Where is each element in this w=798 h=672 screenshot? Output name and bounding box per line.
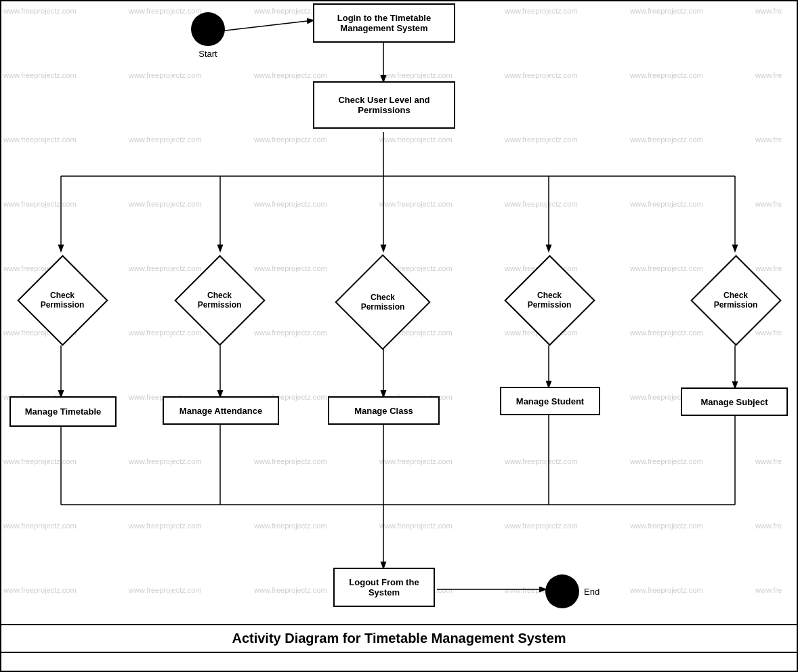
watermark: www.freeprojectz.com [3, 457, 77, 465]
watermark: www.fre [755, 71, 782, 79]
watermark: www.freeprojectz.com [379, 457, 453, 465]
watermark: www.freeprojectz.com [505, 200, 578, 208]
watermark: www.freeprojectz.com [3, 7, 77, 15]
end-circle [545, 574, 579, 608]
watermark: www.fre [755, 135, 782, 144]
watermark: www.freeprojectz.com [254, 586, 327, 594]
watermark: www.freeprojectz.com [630, 522, 703, 530]
watermark: www.freeprojectz.com [254, 457, 327, 465]
watermark: www.freeprojectz.com [129, 586, 202, 594]
watermark: www.freeprojectz.com [129, 7, 202, 15]
watermark: www.freeprojectz.com [129, 457, 202, 465]
watermark: www.freeprojectz.com [630, 7, 703, 15]
diagram-title-text: Activity Diagram for Timetable Managemen… [232, 631, 566, 646]
diamond1-wrapper: CheckPermission [12, 256, 112, 344]
start-circle [191, 12, 225, 46]
watermark: www.freeprojectz.com [3, 200, 77, 208]
watermark: www.freeprojectz.com [129, 200, 202, 208]
watermark: www.fre [755, 586, 782, 594]
watermark: www.freeprojectz.com [379, 200, 453, 208]
watermark: www.freeprojectz.com [254, 71, 327, 79]
check-permissions-label: Check User Level and Permissions [314, 95, 454, 115]
watermark: www.freeprojectz.com [3, 71, 77, 79]
watermark: www.freeprojectz.com [3, 586, 77, 594]
manage-class-box: Manage Class [328, 396, 440, 425]
watermark: www.fre [755, 522, 782, 530]
watermark: www.freeprojectz.com [3, 522, 77, 530]
watermark: www.freeprojectz.com [3, 135, 77, 144]
manage-subject-box: Manage Subject [681, 387, 788, 416]
watermark: www.freeprojectz.com [630, 586, 703, 594]
login-box: Login to the Timetable Management System [313, 3, 455, 43]
diagram-title: Activity Diagram for Timetable Managemen… [0, 624, 798, 653]
diamond5-wrapper: CheckPermission [686, 256, 786, 344]
manage-subject-label: Manage Subject [701, 397, 768, 407]
diamond3-wrapper: CheckPermission [332, 256, 434, 348]
watermark: www.freeprojectz.com [254, 135, 327, 144]
login-label: Login to the Timetable Management System [314, 13, 454, 33]
manage-student-label: Manage Student [516, 396, 584, 406]
start-label: Start [191, 49, 225, 59]
diamond2-wrapper: CheckPermission [169, 256, 270, 344]
watermark: www.freeprojectz.com [379, 71, 453, 79]
manage-class-label: Manage Class [354, 406, 413, 416]
watermark: www.freeprojectz.com [129, 522, 202, 530]
watermark: www.freeprojectz.com [505, 7, 578, 15]
manage-timetable-label: Manage Timetable [25, 406, 101, 417]
watermark: www.freeprojectz.com [505, 457, 578, 465]
manage-student-box: Manage Student [500, 387, 600, 415]
watermark: www.fre [755, 200, 782, 208]
watermark: www.freeprojectz.com [505, 71, 578, 79]
watermark: www.freeprojectz.com [379, 522, 453, 530]
end-label: End [584, 587, 600, 597]
manage-timetable-box: Manage Timetable [9, 396, 117, 427]
logout-label: Logout From the System [335, 577, 434, 597]
watermark: www.freeprojectz.com [505, 135, 578, 144]
watermark: www.freeprojectz.com [254, 522, 327, 530]
logout-box: Logout From the System [333, 568, 435, 607]
watermark: www.freeprojectz.com [129, 71, 202, 79]
watermark: www.freeprojectz.com [254, 200, 327, 208]
watermark: www.freeprojectz.com [630, 200, 703, 208]
manage-attendance-label: Manage Attendance [180, 406, 262, 416]
check-permissions-box: Check User Level and Permissions [313, 81, 455, 129]
watermark: www.freeprojectz.com [630, 71, 703, 79]
watermark: www.fre [755, 457, 782, 465]
watermark: www.fre [755, 7, 782, 15]
watermark: www.freeprojectz.com [379, 135, 453, 144]
manage-attendance-box: Manage Attendance [163, 396, 279, 425]
diamond4-wrapper: CheckPermission [499, 256, 600, 344]
watermark: www.freeprojectz.com [505, 522, 578, 530]
watermark: www.freeprojectz.com [630, 135, 703, 144]
watermark: www.freeprojectz.com [630, 457, 703, 465]
watermark: www.freeprojectz.com [129, 135, 202, 144]
